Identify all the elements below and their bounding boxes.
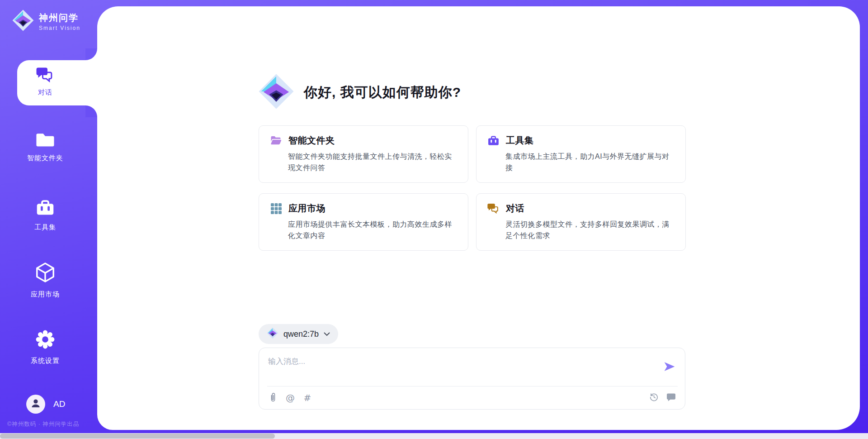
- chat-icon: [487, 202, 500, 215]
- hashtag-button[interactable]: #: [302, 393, 312, 403]
- card-description: 应用市场提供丰富长文本模板，助力高效生成多样化文章内容: [288, 219, 457, 241]
- card-description: 集成市场上主流工具，助力AI与外界无缝扩展与对接: [505, 151, 675, 173]
- copyright-text: ©神州数码 · 神州问学出品: [7, 420, 79, 428]
- brand-diamond-icon: [12, 9, 34, 33]
- sidebar: 神州问学 Smart Vision 对话 智能文件夹: [0, 0, 97, 433]
- mention-icon: @: [286, 393, 295, 402]
- history-button[interactable]: [649, 393, 659, 403]
- tab-connector-bottom: [85, 105, 97, 117]
- send-icon: [664, 367, 675, 373]
- card-title: 工具集: [506, 134, 534, 147]
- greeting: 你好, 我可以如何帮助你?: [258, 73, 461, 112]
- gear-icon: [35, 329, 56, 352]
- sidebar-item-smart-folder[interactable]: 智能文件夹: [0, 132, 90, 162]
- sidebar-item-label: 工具集: [34, 223, 56, 232]
- person-avatar-icon: [30, 397, 42, 411]
- greeting-text: 你好, 我可以如何帮助你?: [304, 83, 461, 102]
- chat-bubble-button[interactable]: [666, 393, 676, 403]
- attach-file-button[interactable]: [268, 393, 278, 403]
- sidebar-item-label: 应用市场: [31, 290, 60, 299]
- avatar: [26, 395, 45, 414]
- sidebar-item-app-market[interactable]: 应用市场: [0, 262, 90, 299]
- card-chat[interactable]: 对话 灵活切换多模型文件，支持多样回复效果调试，满足个性化需求: [476, 193, 686, 251]
- folder-open-icon: [270, 134, 282, 147]
- grid-icon: [270, 202, 282, 215]
- attachment-icon: [269, 392, 277, 404]
- model-name: qwen2:7b: [283, 329, 319, 339]
- briefcase-icon: [487, 134, 500, 147]
- send-button[interactable]: [663, 361, 676, 373]
- mention-button[interactable]: @: [285, 393, 295, 403]
- model-selector[interactable]: qwen2:7b: [259, 324, 338, 344]
- card-smart-folder[interactable]: 智能文件夹 智能文件夹功能支持批量文件上传与清洗，轻松实现文件问答: [259, 125, 468, 183]
- card-title: 应用市场: [288, 202, 326, 215]
- tab-connector-top: [85, 48, 97, 60]
- folder-icon: [36, 132, 54, 149]
- main-content: 你好, 我可以如何帮助你? 智能文件夹 智能文件夹功能支持批量文件上传与清洗，轻…: [97, 6, 860, 430]
- user-account[interactable]: AD: [26, 395, 65, 414]
- chat-bubble-icon: [666, 393, 676, 403]
- cube-icon: [35, 262, 56, 285]
- composer-toolbar: @ #: [259, 387, 685, 409]
- card-app-market[interactable]: 应用市场 应用市场提供丰富长文本模板，助力高效生成多样化文章内容: [259, 193, 468, 251]
- card-description: 灵活切换多模型文件，支持多样回复效果调试，满足个性化需求: [505, 219, 675, 241]
- feature-cards: 智能文件夹 智能文件夹功能支持批量文件上传与清洗，轻松实现文件问答: [259, 125, 686, 251]
- sidebar-item-settings[interactable]: 系统设置: [0, 329, 90, 365]
- user-name: AD: [53, 399, 65, 409]
- card-toolset[interactable]: 工具集 集成市场上主流工具，助力AI与外界无缝扩展与对接: [476, 125, 686, 183]
- scrollbar-thumb[interactable]: [0, 434, 275, 439]
- sidebar-item-toolset[interactable]: 工具集: [0, 198, 90, 232]
- horizontal-scrollbar: [0, 433, 868, 439]
- app-logo: 神州问学 Smart Vision: [12, 9, 80, 33]
- card-title: 智能文件夹: [288, 134, 335, 147]
- model-logo-icon: [267, 327, 278, 341]
- hashtag-icon: #: [304, 393, 311, 402]
- assistant-diamond-icon: [258, 73, 295, 112]
- app-title: 神州问学: [39, 12, 80, 24]
- message-composer: @ #: [259, 348, 685, 410]
- card-description: 智能文件夹功能支持批量文件上传与清洗，轻松实现文件问答: [288, 151, 457, 173]
- app-subtitle: Smart Vision: [39, 25, 80, 31]
- sidebar-item-label: 智能文件夹: [27, 154, 63, 162]
- briefcase-icon: [36, 198, 55, 218]
- sidebar-item-label: 系统设置: [31, 357, 60, 365]
- chat-icon: [36, 66, 54, 86]
- chevron-down-icon: [324, 330, 330, 338]
- card-title: 对话: [506, 202, 524, 215]
- message-input[interactable]: [259, 348, 652, 384]
- sidebar-item-chat[interactable]: 对话: [17, 60, 98, 105]
- sidebar-item-label: 对话: [38, 88, 52, 97]
- history-icon: [649, 392, 659, 403]
